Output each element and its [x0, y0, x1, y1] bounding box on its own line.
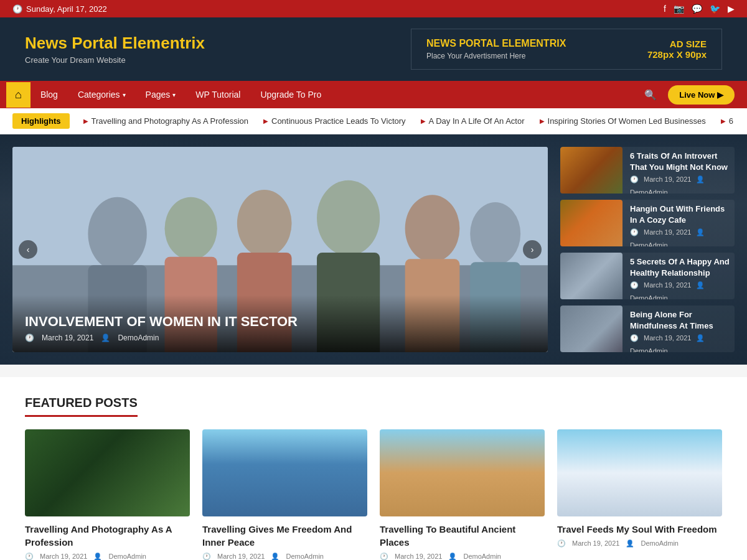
highlight-item-4[interactable]: ▶ Inspiring Stories Of Women Led Busines…: [532, 116, 713, 126]
main-nav: ⌂ Blog Categories ▾ Pages ▾ WP Tutorial …: [0, 81, 747, 108]
hero-sidebar-thumb-1: [560, 200, 622, 246]
featured-author-0: DemoAdmin: [108, 553, 146, 560]
hero-sidebar-text-1: Hangin Out With Friends In A Cozy Cafe 🕐…: [630, 200, 735, 246]
ad-subtitle: Place Your Advertisment Here: [426, 52, 566, 60]
featured-author-1: DemoAdmin: [286, 553, 324, 560]
featured-date-0: March 19, 2021: [40, 553, 87, 560]
featured-author-2: DemoAdmin: [463, 553, 501, 560]
live-now-button[interactable]: Live Now ▶: [668, 85, 735, 105]
ad-left: NEWS PORTAL ELEMENTRIX Place Your Advert…: [426, 38, 566, 60]
svg-point-6: [237, 190, 292, 257]
whatsapp-icon[interactable]: 💬: [692, 4, 702, 14]
featured-card-meta-3: 🕐 March 19, 2021 👤 DemoAdmin: [557, 539, 722, 548]
twitter-icon[interactable]: 🐦: [710, 4, 720, 14]
instagram-icon[interactable]: 📷: [674, 4, 684, 14]
featured-section: FEATURED POSTS Travelling And Photograph…: [0, 377, 747, 560]
featured-card-1[interactable]: Travelling Gives Me Freedom And Inner Pe…: [202, 429, 367, 560]
highlight-text-2: Continuous Practice Leads To Victory: [271, 116, 406, 126]
user-icon-f2: 👤: [448, 553, 457, 560]
nav-right: 🔍 Live Now ▶: [639, 84, 741, 106]
logo-text-plain: News Portal: [25, 34, 122, 52]
clock-icon-s1: 🕐: [630, 228, 639, 236]
hero-sidebar-author-2: DemoAdmin: [630, 294, 668, 299]
search-icon[interactable]: 🔍: [639, 84, 662, 106]
arrow-icon-1: ▶: [83, 118, 88, 124]
hero-sidebar-meta-3: 🕐 March 19, 2021 👤 DemoAdmin: [630, 334, 731, 352]
highlight-item-5[interactable]: ▶ 6 T: [713, 116, 735, 126]
hero-sidebar-title-3: Being Alone For Mindfulness At Times: [630, 309, 731, 332]
featured-card-title-2: Travelling To Beautiful Ancient Places: [380, 523, 545, 549]
nav-item-upgrade[interactable]: Upgrade To Pro: [250, 81, 331, 108]
user-icon-f1: 👤: [271, 553, 280, 560]
featured-date-2: March 19, 2021: [395, 553, 442, 560]
hero-sidebar-thumb-0: [560, 147, 622, 194]
clock-icon-s2: 🕐: [630, 281, 639, 289]
ad-title-text: NEWS PORTAL: [426, 38, 502, 49]
ad-brand-text: ELEMENTRIX: [502, 38, 566, 49]
svg-point-12: [470, 202, 520, 265]
hero-sidebar-thumb-2: [560, 253, 622, 299]
clock-icon-f0: 🕐: [25, 553, 34, 560]
nav-item-pages[interactable]: Pages ▾: [136, 81, 186, 108]
user-icon-f0: 👤: [93, 553, 102, 560]
hero-sidebar-text-2: 5 Secrets Of A Happy And Healthy Relatio…: [630, 253, 735, 299]
social-icons: f 📷 💬 🐦 ▶: [664, 4, 735, 14]
hero-sidebar: 6 Traits Of An Introvert That You Might …: [560, 147, 735, 352]
hero-sidebar-item-1[interactable]: Hangin Out With Friends In A Cozy Cafe 🕐…: [560, 200, 735, 246]
featured-card-meta-0: 🕐 March 19, 2021 👤 DemoAdmin: [25, 553, 190, 560]
nav-label-categories: Categories: [78, 90, 120, 100]
hero-sidebar-title-0: 6 Traits Of An Introvert That You Might …: [630, 151, 731, 173]
featured-grid: Travelling And Photography As A Professi…: [25, 429, 722, 560]
logo: News Portal Elementrix Create Your Dream…: [25, 34, 205, 65]
svg-point-10: [405, 195, 460, 262]
hero-sidebar-author-0: DemoAdmin: [630, 189, 668, 194]
highlight-item-2[interactable]: ▶ Continuous Practice Leads To Victory: [256, 116, 413, 126]
hero-sidebar-item-2[interactable]: 5 Secrets Of A Happy And Healthy Relatio…: [560, 253, 735, 299]
nav-label-pages: Pages: [146, 90, 171, 100]
hero-sidebar-item-3[interactable]: Being Alone For Mindfulness At Times 🕐 M…: [560, 306, 735, 352]
nav-label-upgrade: Upgrade To Pro: [260, 90, 321, 100]
ad-banner: NEWS PORTAL ELEMENTRIX Place Your Advert…: [411, 29, 722, 70]
hero-caption: INVOLVEMENT OF WOMEN IN IT SECTOR 🕐 Marc…: [12, 295, 548, 352]
highlight-text-1: Travelling and Photography As A Professi…: [92, 116, 248, 126]
hero-next-button[interactable]: ›: [523, 240, 542, 259]
home-button[interactable]: ⌂: [6, 82, 31, 108]
hero-sidebar-meta-0: 🕐 March 19, 2021 👤 DemoAdmin: [630, 175, 731, 194]
hero-prev-button[interactable]: ‹: [19, 240, 37, 259]
featured-card-0[interactable]: Travelling And Photography As A Professi…: [25, 429, 190, 560]
clock-icon-s3: 🕐: [630, 334, 639, 342]
nav-label-blog: Blog: [40, 90, 58, 100]
clock-icon-hero: 🕐: [25, 334, 34, 342]
youtube-icon[interactable]: ▶: [728, 4, 735, 14]
nav-item-categories[interactable]: Categories ▾: [68, 81, 136, 108]
highlights-items: ▶ Travelling and Photography As A Profes…: [76, 116, 735, 126]
highlights-bar: Highlights ▶ Travelling and Photography …: [0, 108, 747, 134]
hero-sidebar-meta-2: 🕐 March 19, 2021 👤 DemoAdmin: [630, 281, 731, 299]
featured-card-3[interactable]: Travel Feeds My Soul With Freedom 🕐 Marc…: [557, 429, 722, 560]
hero-main-article[interactable]: ‹ › INVOLVEMENT OF WOMEN IN IT SECTOR 🕐 …: [12, 147, 548, 352]
nav-item-wptutorial[interactable]: WP Tutorial: [186, 81, 250, 108]
hero-main-title: INVOLVEMENT OF WOMEN IN IT SECTOR: [25, 314, 535, 330]
logo-brand: Elementrix: [122, 34, 205, 52]
hero-sidebar-title-1: Hangin Out With Friends In A Cozy Cafe: [630, 203, 731, 226]
ad-size: AD SIZE 728px X 90px: [647, 39, 707, 60]
highlights-badge: Highlights: [12, 113, 70, 129]
site-header: News Portal Elementrix Create Your Dream…: [0, 17, 747, 81]
featured-card-2[interactable]: Travelling To Beautiful Ancient Places 🕐…: [380, 429, 545, 560]
hero-sidebar-thumb-3: [560, 306, 622, 352]
highlight-text-4: Inspiring Stories Of Women Led Businesse…: [548, 116, 706, 126]
svg-point-2: [88, 197, 146, 271]
user-icon-s3: 👤: [696, 334, 705, 342]
hero-sidebar-item-0[interactable]: 6 Traits Of An Introvert That You Might …: [560, 147, 735, 194]
chevron-down-icon-pages: ▾: [172, 91, 176, 98]
highlight-item-3[interactable]: ▶ A Day In A Life Of An Actor: [413, 116, 532, 126]
highlight-text-3: A Day In A Life Of An Actor: [429, 116, 525, 126]
nav-item-blog[interactable]: Blog: [31, 81, 68, 108]
facebook-icon[interactable]: f: [664, 4, 666, 14]
nav-label-wptutorial: WP Tutorial: [195, 90, 240, 100]
hero-sidebar-text-3: Being Alone For Mindfulness At Times 🕐 M…: [630, 306, 735, 352]
arrow-icon-4: ▶: [540, 118, 545, 124]
hero-sidebar-date-3: March 19, 2021: [644, 334, 691, 342]
highlight-item-1[interactable]: ▶ Travelling and Photography As A Profes…: [76, 116, 256, 126]
hero-sidebar-text-0: 6 Traits Of An Introvert That You Might …: [630, 147, 735, 194]
